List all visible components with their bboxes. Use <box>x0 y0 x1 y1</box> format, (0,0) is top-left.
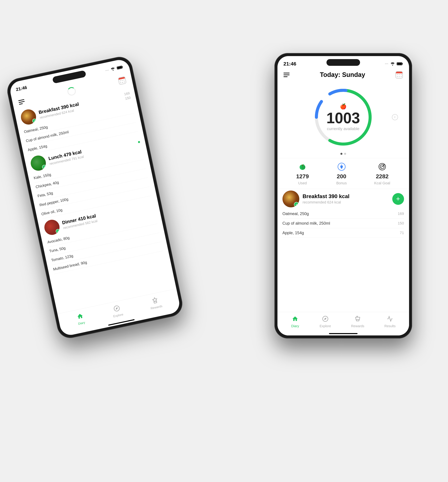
wifi-icon-right <box>390 62 395 66</box>
calories-available: 1003 <box>326 111 360 126</box>
nav-item-diary-right[interactable]: Diary <box>291 314 299 328</box>
battery-icon-right <box>397 62 403 66</box>
dynamic-island-right <box>327 59 360 66</box>
status-icons-right: ··· <box>385 62 403 66</box>
nav-item-results-right[interactable]: Results <box>384 314 396 328</box>
info-button[interactable]: i <box>392 114 398 120</box>
breakfast-items-right: Oatmeal, 250g 169 Cup of almond milk, 25… <box>278 209 409 238</box>
nav-item-explore-left[interactable]: Explore <box>111 303 124 318</box>
right-phone-screen: 21:46 ··· <box>278 56 409 335</box>
bonus-value: 200 <box>337 173 346 180</box>
list-item: Oatmeal, 250g 169 <box>282 209 404 219</box>
item-cal: 169 <box>398 211 404 216</box>
rewards-icon-right <box>353 314 362 323</box>
phone-left: 21:46 ··· <box>5 54 185 340</box>
target-stat-icon <box>377 162 387 172</box>
breakfast-image-right <box>282 191 299 207</box>
hamburger-button-right[interactable] <box>283 73 289 77</box>
used-value: 1279 <box>296 173 309 180</box>
nav-label-diary-right: Diary <box>291 324 299 328</box>
dinner-image-left <box>43 218 61 236</box>
breakfast-section-right: Breakfast 390 kcal recommended 624 kcal … <box>278 191 409 238</box>
calendar-button-left[interactable] <box>118 76 126 85</box>
nav-header-right: Today: Sunday <box>278 70 409 80</box>
calories-label: currently available <box>326 126 360 131</box>
add-breakfast-button[interactable]: + <box>392 193 404 205</box>
breakfast-header-right: Breakfast 390 kcal recommended 624 kcal … <box>278 191 409 207</box>
bottom-nav-right: Diary Explore <box>278 312 409 335</box>
bottom-nav-left: Diary Explore <box>57 289 181 337</box>
hamburger-button-left[interactable] <box>18 99 25 104</box>
ring-center: 🍎 1003 currently available <box>326 103 360 131</box>
calendar-button-right[interactable] <box>395 71 403 79</box>
nav-item-rewards-left[interactable]: Rewards <box>148 295 163 310</box>
svg-rect-8 <box>397 63 402 65</box>
diary-icon-right <box>291 314 299 323</box>
nav-item-diary-left[interactable]: Diary <box>75 311 86 326</box>
list-item: Apple, 154g 71 <box>282 228 404 238</box>
home-indicator-right <box>329 333 358 334</box>
svg-rect-7 <box>402 63 403 64</box>
dinner-food-img <box>43 218 61 236</box>
results-icon-right <box>385 314 394 323</box>
nav-label-results-right: Results <box>384 324 396 328</box>
left-content: Breakfast 390 kcal recommended 624 kcal … <box>14 84 168 278</box>
signal-dots-icon-right: ··· <box>385 62 388 65</box>
stat-goal: 2282 Kcal Goal <box>374 162 390 185</box>
bonus-label: Bonus <box>336 181 347 185</box>
list-item: Cup of almond milk, 250ml 150 <box>282 219 404 228</box>
breakfast-food-img <box>19 108 37 126</box>
svg-rect-22 <box>356 320 359 321</box>
svg-point-14 <box>301 165 305 169</box>
nav-label-diary-left: Diary <box>78 321 85 326</box>
calorie-ring-section: 🍎 1003 currently available i <box>278 80 409 156</box>
nav-label-explore-right: Explore <box>320 324 331 328</box>
diary-icon-left <box>75 311 85 321</box>
explore-icon-left <box>112 303 122 313</box>
nav-item-explore-right[interactable]: Explore <box>320 314 331 328</box>
wifi-icon-left <box>110 67 115 71</box>
scene: 21:46 ··· <box>23 23 425 459</box>
time-right: 21:46 <box>283 61 296 67</box>
rewards-icon-left <box>150 295 160 305</box>
lunch-food-img <box>29 154 47 172</box>
goal-value: 2282 <box>376 173 389 180</box>
flame-stat-icon <box>336 162 347 172</box>
left-phone-screen: 21:46 ··· <box>8 58 181 337</box>
item-cal: 71 <box>400 231 404 235</box>
breakfast-subtitle-right: recommended 624 kcal <box>303 200 392 204</box>
svg-marker-4 <box>115 307 118 310</box>
stat-used: 1279 Used <box>296 162 309 185</box>
phone-right: 21:46 ··· <box>274 53 412 338</box>
breakfast-info-right: Breakfast 390 kcal recommended 624 kcal <box>303 193 392 204</box>
time-left: 21:46 <box>15 85 27 92</box>
breakfast-image-left <box>19 108 37 126</box>
svg-point-19 <box>383 164 384 165</box>
svg-point-17 <box>379 163 385 170</box>
breakfast-title-right: Breakfast 390 kcal <box>303 193 392 200</box>
goal-label: Kcal Goal <box>374 181 390 185</box>
signal-dots-icon: ··· <box>105 68 109 72</box>
stat-bonus: 200 Bonus <box>336 162 347 185</box>
apple-stat-icon <box>297 162 307 172</box>
svg-rect-5 <box>154 301 157 303</box>
loading-spinner <box>66 86 76 96</box>
battery-icon-left <box>116 65 123 70</box>
nav-item-rewards-right[interactable]: Rewards <box>351 314 364 328</box>
status-icons-left: ··· <box>105 65 123 72</box>
used-label: Used <box>298 181 307 185</box>
apple-icon-ring: 🍎 <box>326 103 360 110</box>
item-cal: 150 <box>398 221 404 225</box>
page-title-right: Today: Sunday <box>320 71 365 78</box>
lunch-image-left <box>29 154 47 172</box>
breakfast-check-right <box>294 202 299 207</box>
explore-icon-right <box>321 314 330 323</box>
stats-row: 1279 Used 200 Bonus <box>278 158 409 189</box>
svg-marker-21 <box>324 318 326 320</box>
calorie-ring: 🍎 1003 currently available <box>311 85 375 149</box>
nav-label-rewards-right: Rewards <box>351 324 364 328</box>
